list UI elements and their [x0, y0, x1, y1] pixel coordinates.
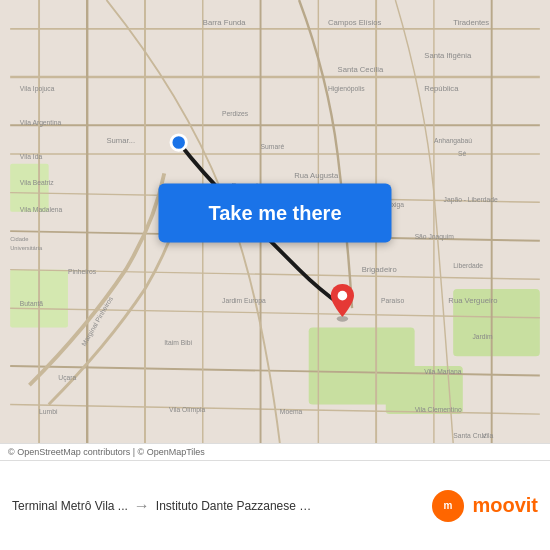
svg-text:Sé: Sé — [458, 150, 466, 157]
app-container: Barra Funda Campos Elísios Tiradentes Sa… — [0, 0, 550, 550]
svg-text:Cidade: Cidade — [10, 236, 28, 242]
svg-text:m: m — [444, 500, 453, 511]
svg-text:Itaim Bibi: Itaim Bibi — [164, 339, 192, 346]
svg-text:Vila Olímpia: Vila Olímpia — [169, 406, 205, 414]
svg-text:Universitária: Universitária — [10, 245, 43, 251]
route-arrow: → — [134, 497, 150, 515]
svg-text:Vila Clementino: Vila Clementino — [415, 406, 462, 413]
to-stop-label: Instituto Dante Pazzanese d... — [156, 499, 316, 513]
svg-text:Vila Mariana: Vila Mariana — [424, 368, 462, 375]
route-info: Terminal Metrô Vila ... → Instituto Dant… — [12, 497, 432, 515]
svg-text:Sumaré: Sumaré — [261, 143, 285, 150]
moovit-text: moovit — [472, 494, 538, 517]
moovit-logo: m moovit — [432, 490, 538, 522]
svg-text:Butantã: Butantã — [20, 300, 43, 307]
svg-text:Jardim: Jardim — [472, 333, 493, 340]
svg-text:Vila Beatriz: Vila Beatriz — [20, 179, 55, 186]
bottom-bar: Terminal Metrô Vila ... → Instituto Dant… — [0, 460, 550, 550]
svg-text:Anhangabaú: Anhangabaú — [434, 137, 472, 145]
svg-text:Sumar...: Sumar... — [106, 136, 135, 145]
svg-text:Moema: Moema — [280, 408, 303, 415]
svg-text:Tiradentes: Tiradentes — [453, 18, 489, 27]
svg-text:Paraíso: Paraíso — [381, 297, 404, 304]
svg-text:Campos Elísios: Campos Elísios — [328, 18, 382, 27]
svg-text:São Joaquim: São Joaquim — [415, 233, 455, 241]
svg-text:Uçara: Uçara — [58, 374, 76, 382]
svg-text:Santa Cecília: Santa Cecília — [338, 65, 384, 74]
svg-text:Vila Ida: Vila Ida — [20, 153, 43, 160]
from-stop-label: Terminal Metrô Vila ... — [12, 499, 128, 513]
map-area: Barra Funda Campos Elísios Tiradentes Sa… — [0, 0, 550, 443]
svg-text:Barra Funda: Barra Funda — [203, 18, 246, 27]
svg-text:Vila Argentina: Vila Argentina — [20, 119, 62, 127]
svg-text:Lumbi: Lumbi — [39, 408, 58, 415]
svg-text:Santa Cruz: Santa Cruz — [453, 432, 487, 439]
moovit-icon: m — [432, 490, 464, 522]
attribution-text: © OpenStreetMap contributors | © OpenMap… — [8, 447, 205, 457]
svg-text:Santa Ifigênia: Santa Ifigênia — [424, 51, 472, 60]
svg-text:Higienópolis: Higienópolis — [328, 85, 365, 93]
svg-point-69 — [171, 135, 186, 150]
svg-text:República: República — [424, 84, 459, 93]
svg-text:Vila Madalena: Vila Madalena — [20, 206, 63, 213]
svg-text:Japão - Liberdade: Japão - Liberdade — [444, 196, 499, 204]
svg-text:Pinheiros: Pinheiros — [68, 268, 97, 275]
svg-text:Brigadeiro: Brigadeiro — [362, 265, 397, 274]
svg-text:Perdizes: Perdizes — [222, 110, 249, 117]
svg-rect-3 — [10, 164, 49, 212]
svg-point-71 — [338, 291, 348, 301]
svg-text:Liberdade: Liberdade — [453, 262, 483, 269]
take-me-there-button[interactable]: Take me there — [158, 183, 391, 242]
svg-text:Jardim Europa: Jardim Europa — [222, 297, 266, 305]
svg-text:Rua Vergueiro: Rua Vergueiro — [448, 296, 497, 305]
svg-text:Rua Augusta: Rua Augusta — [294, 171, 339, 180]
svg-text:Vila Ipojuca: Vila Ipojuca — [20, 85, 55, 93]
